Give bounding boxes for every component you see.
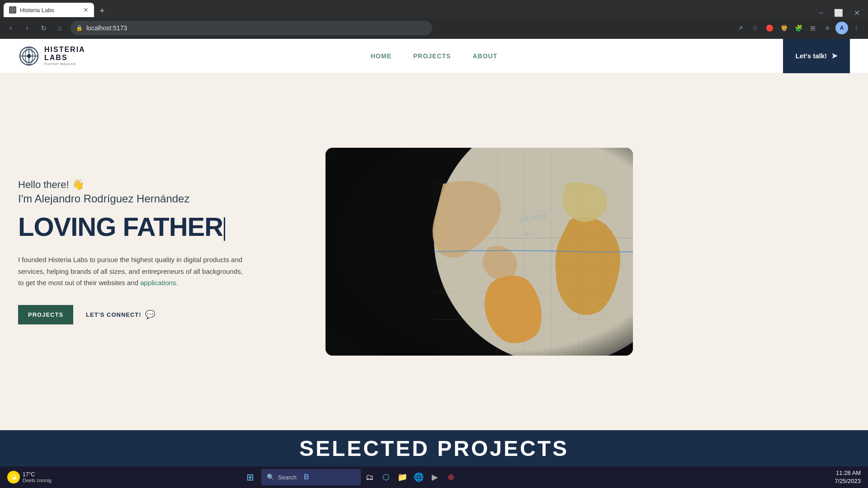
bookmark-icon[interactable]: ☆: [749, 22, 761, 34]
minimize-button[interactable]: –: [815, 9, 828, 17]
projects-button[interactable]: PROJECTS: [18, 305, 73, 324]
highlight-text: applications: [140, 279, 176, 286]
app-icon-1[interactable]: ⊕: [444, 470, 458, 484]
section-title: SELECTED PROJECTS: [299, 436, 569, 461]
profile-icon[interactable]: A: [835, 22, 848, 34]
nav-projects[interactable]: PROJECTS: [413, 52, 451, 60]
clock-date: 7/25/2023: [835, 477, 861, 485]
maximize-button[interactable]: ⬜: [830, 9, 848, 17]
selected-projects-section: SELECTED PROJECTS: [0, 430, 868, 466]
extension-icon-5[interactable]: ≡: [821, 22, 834, 34]
clock-time: 11:28 AM: [835, 469, 861, 477]
url-input[interactable]: 🔒 localhost:5173: [71, 21, 432, 35]
extension-icon-2[interactable]: 🦁: [778, 22, 790, 34]
close-window-button[interactable]: ✕: [849, 9, 864, 17]
extension-icon-1[interactable]: 🔴: [763, 22, 776, 34]
start-button[interactable]: ⊞: [241, 468, 259, 486]
weather-temp: 17°C: [23, 471, 52, 478]
tab-title: Histeria Labs: [20, 7, 54, 14]
taskbar-center: ⊞ 🔍 Search B 🗂 ⬡ 📁 🌐 ▶ ⊕: [241, 468, 458, 486]
greeting-label: Hello there! 👋: [18, 179, 84, 190]
weather-widget[interactable]: 🌤 17°C Deels zonnig: [7, 471, 52, 483]
tab-favicon: [9, 6, 16, 14]
svg-rect-26: [326, 148, 633, 356]
nav-about[interactable]: ABOUT: [472, 52, 497, 60]
close-tab-button[interactable]: ✕: [83, 6, 89, 14]
hero-text: Hello there! 👋 I'm Alejandro Rodríguez H…: [18, 179, 298, 324]
search-icon: 🔍: [267, 474, 274, 481]
site-navbar: HISTERIALABS Further Beyond HOME PROJECT…: [0, 39, 868, 73]
active-tab[interactable]: Histeria Labs ✕: [4, 3, 94, 17]
back-button[interactable]: ‹: [5, 24, 16, 32]
role-text: LOVING FATHER: [18, 212, 298, 241]
hero-buttons: PROJECTS LET'S CONNECT! 💬: [18, 305, 298, 324]
hero-description: I founded Histeria Labs to pursue the hi…: [18, 254, 244, 289]
address-bar: ‹ › ↻ ⌂ 🔒 localhost:5173 ↗ ☆ 🔴 🦁 🧩 ⊞ ≡ A…: [0, 17, 868, 39]
window-controls: – ⬜ ✕: [815, 9, 864, 17]
forward-button[interactable]: ›: [22, 24, 33, 32]
share-icon[interactable]: ↗: [734, 22, 747, 34]
website-content: HISTERIALABS Further Beyond HOME PROJECT…: [0, 39, 868, 466]
terminal-icon[interactable]: ▶: [428, 470, 442, 484]
hero-section: Hello there! 👋 I'm Alejandro Rodríguez H…: [0, 73, 868, 430]
weather-icon: 🌤: [7, 471, 20, 483]
url-display: localhost:5173: [86, 24, 127, 32]
weather-desc: Deels zonnig: [23, 478, 52, 483]
extension-icon-4[interactable]: ⊞: [807, 22, 819, 34]
hero-globe-image: ATLANTIC SEA: [326, 148, 633, 356]
system-clock: 11:28 AM 7/25/2023: [835, 469, 861, 485]
menu-icon[interactable]: ⋮: [850, 22, 863, 34]
windows-icon: ⊞: [246, 472, 254, 483]
lock-icon: 🔒: [76, 25, 83, 31]
logo-area[interactable]: HISTERIALABS Further Beyond: [18, 45, 85, 67]
edge-icon[interactable]: 🌐: [411, 470, 426, 484]
cursor-bar: [224, 217, 225, 241]
search-placeholder: Search: [278, 474, 297, 481]
send-icon: ➤: [831, 52, 837, 60]
file-explorer-icon[interactable]: 🗂: [363, 470, 377, 484]
chat-icon: 💬: [145, 310, 156, 319]
greeting-text: Hello there! 👋: [18, 179, 298, 191]
weather-info: 17°C Deels zonnig: [23, 471, 52, 483]
home-button[interactable]: ⌂: [54, 24, 65, 32]
taskbar-right: 11:28 AM 7/25/2023: [835, 469, 861, 485]
role-label: LOVING FATHER: [18, 212, 223, 241]
lets-talk-label: Let's talk!: [796, 52, 827, 60]
name-text: I'm Alejandro Rodríguez Hernández: [18, 192, 298, 205]
logo-tagline: Further Beyond: [44, 62, 85, 66]
bing-icon: B: [304, 473, 309, 481]
tab-bar: Histeria Labs ✕ + – ⬜ ✕: [0, 0, 868, 17]
logo-icon: [18, 45, 40, 67]
browser-window: Histeria Labs ✕ + – ⬜ ✕ ‹ › ↻ ⌂ 🔒 localh…: [0, 0, 868, 488]
taskbar: 🌤 17°C Deels zonnig ⊞ 🔍 Search B 🗂 ⬡ 📁 🌐…: [0, 466, 868, 488]
refresh-button[interactable]: ↻: [38, 24, 49, 33]
connect-button[interactable]: LET'S CONNECT! 💬: [86, 310, 156, 319]
description-text: I founded Histeria Labs to pursue the hi…: [18, 256, 243, 286]
files-icon[interactable]: 📁: [395, 470, 410, 484]
new-tab-button[interactable]: +: [96, 5, 108, 17]
logo-title: HISTERIALABS: [44, 46, 85, 62]
vs-code-icon[interactable]: ⬡: [379, 470, 393, 484]
nav-home[interactable]: HOME: [371, 52, 392, 60]
globe-svg: ATLANTIC SEA: [326, 148, 633, 356]
svg-point-1: [12, 9, 14, 11]
browser-tools: ↗ ☆ 🔴 🦁 🧩 ⊞ ≡ A ⋮: [734, 22, 863, 34]
nav-links: HOME PROJECTS ABOUT: [371, 52, 497, 60]
taskbar-search-box[interactable]: 🔍 Search B: [261, 469, 361, 485]
connect-label: LET'S CONNECT!: [86, 311, 142, 318]
extension-icon-3[interactable]: 🧩: [792, 22, 805, 34]
lets-talk-button[interactable]: Let's talk! ➤: [783, 39, 850, 73]
logo-text: HISTERIALABS Further Beyond: [44, 46, 85, 66]
